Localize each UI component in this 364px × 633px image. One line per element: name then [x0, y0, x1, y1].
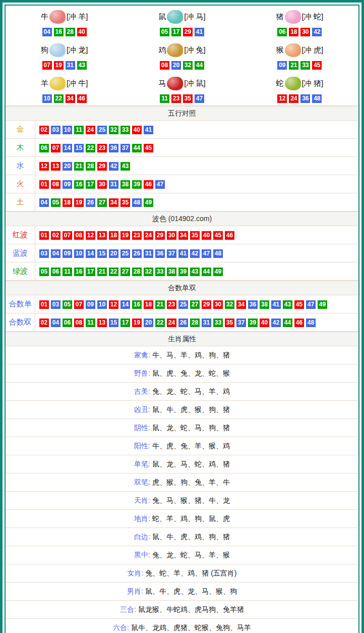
number-chip: 20: [63, 162, 72, 171]
number-chip: 04: [51, 319, 60, 327]
number-chip: 14: [86, 249, 95, 258]
number-chip: 29: [202, 300, 211, 309]
zodiac-numbers: 09213345: [241, 60, 358, 70]
number-chip: 26: [132, 249, 142, 258]
attribute-label: 野兽:: [134, 369, 152, 377]
number-chip: 17: [86, 180, 95, 189]
row-label: 土: [6, 193, 35, 211]
number-chip: 11: [63, 268, 72, 276]
number-chip: 08: [74, 231, 84, 240]
attribute-row: 白边: 鼠、牛、虎、鸡、狗、猪: [6, 528, 358, 546]
zodiac-grid: 牛[冲 羊]04162840鼠[冲 马]05172941猪[冲 蛇]061830…: [6, 6, 358, 106]
pig-icon: [285, 10, 301, 24]
number-chip: 43: [190, 268, 200, 276]
number-chip: 22: [155, 319, 165, 327]
number-chip: 44: [283, 319, 292, 327]
number-chip: 24: [144, 231, 153, 240]
number-chip: 09: [63, 249, 72, 258]
number-chip: 01: [39, 300, 49, 309]
row-label: 水: [6, 157, 35, 175]
zodiac-cell: 鼠[冲 马]05172941: [123, 6, 240, 39]
number-chip: 34: [109, 198, 118, 207]
number-chip: 39: [178, 268, 188, 276]
zodiac-clash: [冲 马]: [184, 12, 206, 22]
number-chip: 46: [294, 319, 304, 327]
chip-row: 土04051819262734354849: [6, 193, 358, 212]
attribute-label: 男肖:: [127, 587, 145, 595]
attribute-label: 单笔:: [134, 460, 152, 468]
number-chip: 30: [213, 300, 223, 309]
number-chip: 45: [144, 144, 153, 152]
number-chip: 09: [63, 180, 72, 189]
zodiac-cell: 蛇[冲 猪]12243648: [241, 72, 358, 106]
number-chip: 44: [202, 268, 211, 276]
attribute-value: 兔、蛇、羊、鸡、猪 (五宫肖): [145, 569, 236, 577]
goat-icon: [49, 77, 66, 90]
zodiac-clash: [冲 兔]: [184, 45, 206, 55]
attribute-label: 阴性:: [134, 424, 152, 432]
section-header: 合数单双: [6, 281, 358, 295]
zodiac-title-row: 羊[冲 牛]: [6, 73, 123, 93]
attribute-row: 地肖: 蛇、羊、鸡、狗、鼠、虎: [6, 510, 358, 528]
number-chip: 33: [300, 61, 310, 70]
row-numbers: 03040910141520252631363741424748: [35, 248, 224, 258]
number-chip: 42: [190, 249, 200, 258]
chip-row: 水1213202128294243: [6, 157, 358, 175]
number-chip: 45: [213, 231, 223, 240]
number-chip: 12: [277, 94, 287, 103]
number-chip: 09: [277, 61, 287, 70]
number-chip: 29: [155, 231, 165, 240]
number-chip: 36: [155, 249, 165, 258]
number-chip: 15: [74, 144, 84, 152]
row-numbers: 04051819262734354849: [35, 197, 154, 207]
number-chip: 36: [109, 144, 118, 152]
number-chip: 47: [202, 249, 211, 258]
number-chip: 37: [167, 249, 176, 258]
attribute-value: 鼠、牛、虎、鸡、狗、猪: [152, 533, 230, 541]
number-chip: 02: [39, 126, 49, 134]
number-chip: 38: [167, 268, 176, 276]
number-chip: 21: [74, 162, 84, 171]
number-chip: 25: [120, 249, 130, 258]
number-chip: 32: [109, 126, 118, 134]
number-chip: 21: [155, 300, 165, 309]
number-chip: 06: [51, 268, 60, 276]
sections: 五行对照金02031011242532334041木06071415222336…: [6, 106, 358, 633]
attribute-row: 家禽: 牛、马、羊、鸡、狗、猪: [6, 346, 358, 364]
number-chip: 37: [120, 144, 130, 152]
number-chip: 42: [271, 319, 281, 327]
number-chip: 28: [66, 28, 75, 36]
number-chip: 30: [167, 231, 176, 240]
number-chip: 22: [54, 94, 64, 103]
zodiac-cell: 鸡[冲 兔]08203244: [123, 39, 240, 72]
zodiac-numbers: 06183042: [241, 27, 358, 37]
number-chip: 08: [74, 319, 84, 327]
number-chip: 24: [167, 319, 176, 327]
row-numbers: 0108091617303138394647: [35, 179, 166, 189]
number-chip: 48: [132, 198, 142, 207]
number-chip: 34: [178, 231, 188, 240]
number-chip: 45: [294, 300, 304, 309]
number-chip: 06: [39, 144, 49, 152]
number-chip: 16: [54, 28, 64, 36]
number-chip: 03: [51, 300, 60, 309]
chip-row: 合数单0103050709101214161821232527293032343…: [6, 295, 358, 313]
number-chip: 18: [63, 198, 72, 207]
rooster-icon: [167, 43, 183, 57]
attribute-label: 三合:: [120, 605, 138, 613]
number-chip: 26: [178, 319, 188, 327]
number-chip: 31: [202, 319, 211, 327]
attribute-row: 阴性: 鼠、龙、蛇、马、狗、猪: [6, 419, 358, 437]
number-chip: 40: [132, 126, 142, 134]
zodiac-cell: 狗[冲 龙]07193143: [6, 39, 123, 72]
zodiac-numbers: 08203244: [123, 60, 240, 70]
number-chip: 21: [289, 61, 298, 70]
row-numbers: 0103050709101214161821232527293032343638…: [35, 299, 328, 309]
attribute-value: 兔、龙、蛇、马、羊、猴: [152, 551, 230, 559]
number-chip: 41: [144, 126, 153, 134]
zodiac-name: 猴: [276, 45, 284, 55]
attribute-label: 地肖:: [134, 514, 152, 522]
attribute-label: 吉美:: [134, 387, 152, 395]
row-label: 合数单: [6, 295, 35, 313]
number-chip: 39: [248, 319, 258, 327]
